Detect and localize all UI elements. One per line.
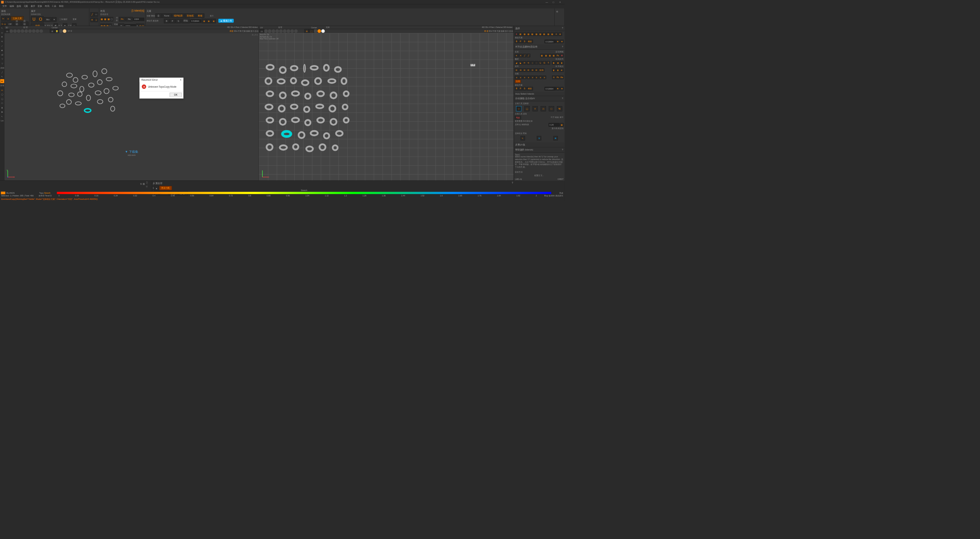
sel-10-icon[interactable]: ✛ xyxy=(555,33,558,36)
rp-layer4-icon[interactable]: ◈ xyxy=(560,87,564,90)
uv-both[interactable]: 两者 xyxy=(484,29,488,32)
fur-button[interactable]: 毛皮 xyxy=(515,116,521,119)
grid-a-icon[interactable]: ▦ xyxy=(540,54,544,57)
d5-icon[interactable]: ≡ xyxy=(531,76,534,79)
str2-icon[interactable]: ✕ xyxy=(519,54,522,57)
shrinkwrap-button[interactable]: 缩内轮廓 xyxy=(172,13,185,18)
uv-3ds[interactable]: 3Ds xyxy=(488,30,492,32)
rp-layer1-icon[interactable]: ◈ xyxy=(556,40,560,43)
layer2-icon[interactable]: ◈ xyxy=(207,19,211,23)
cursor-select-icon[interactable]: ↖ xyxy=(521,136,525,140)
loop1-icon[interactable]: ◯ xyxy=(0,92,4,96)
pack2-icon[interactable]: ▦ xyxy=(104,17,107,21)
globe-icon[interactable]: ⊕ xyxy=(0,79,4,83)
uv-shade1-icon[interactable] xyxy=(264,29,268,33)
grid-c-icon[interactable]: ▦ xyxy=(548,54,552,57)
topo-label[interactable]: Topo xyxy=(39,192,44,194)
uv-shade2-icon[interactable] xyxy=(268,29,271,33)
vp-hide[interactable]: 隐藏 xyxy=(246,29,250,32)
layer1-icon[interactable]: ◈ xyxy=(202,19,206,23)
sel-7-icon[interactable]: ▦ xyxy=(543,33,546,36)
pack1-icon[interactable]: ▦ xyxy=(100,17,103,21)
sel-9-icon[interactable]: ▦ xyxy=(550,33,554,36)
bracket-icon[interactable]: ⟨⟩ xyxy=(0,101,4,105)
person-icon[interactable]: ⚲ xyxy=(532,106,538,111)
d3-icon[interactable]: ≡ xyxy=(523,76,526,79)
uv-mode3-icon[interactable] xyxy=(321,29,325,33)
root-label[interactable]: 根枝 xyxy=(555,116,559,119)
optimize-o-icon[interactable]: O xyxy=(38,16,44,23)
rp-sim2[interactable]: 相似 xyxy=(527,87,533,90)
bar-icon[interactable]: ▮ xyxy=(0,106,4,109)
al2-icon[interactable]: ⊟ xyxy=(519,69,522,72)
vp-shade8-icon[interactable] xyxy=(36,29,39,33)
d8-icon[interactable]: ≡ xyxy=(543,76,546,79)
sel-x-icon[interactable]: ✕ xyxy=(515,33,518,36)
x2-tool-icon[interactable]: x2 xyxy=(0,53,4,57)
al3-icon[interactable]: ⊟ xyxy=(523,69,526,72)
play-icon[interactable]: ▶ xyxy=(0,110,4,114)
shield-tool-icon[interactable]: ▽ xyxy=(0,57,4,61)
rp-g[interactable]: G xyxy=(543,61,546,65)
curve-tool-icon[interactable]: 〰 xyxy=(95,12,98,17)
move-tool-icon[interactable]: ✥ xyxy=(0,35,4,39)
rp-p2[interactable]: P xyxy=(519,87,522,90)
xline-icon[interactable]: ✕ xyxy=(90,18,94,22)
limit-input[interactable] xyxy=(549,123,560,126)
flip3-icon[interactable]: ⟳ xyxy=(523,61,526,65)
al8-icon[interactable]: ▮ xyxy=(556,69,560,72)
rp-re[interactable]: Re xyxy=(560,76,564,79)
region-box-icon[interactable]: ▭ xyxy=(0,88,4,92)
al7-icon[interactable]: ▮ xyxy=(552,69,555,72)
uv-shade6-icon[interactable] xyxy=(283,29,286,33)
d1-icon[interactable]: ≡ xyxy=(515,76,518,79)
hexagon-icon[interactable]: ⬡ xyxy=(516,106,521,111)
cut-icon[interactable]: ✂ xyxy=(1,16,6,21)
rp-px[interactable]: Px xyxy=(556,54,560,57)
colorwrap-button[interactable]: 彩色框 xyxy=(185,13,196,18)
box-icon[interactable]: ▢ xyxy=(549,106,554,111)
vp-3ds[interactable]: 3Ds xyxy=(234,30,237,32)
uv-elem[interactable]: 元素 xyxy=(497,29,500,32)
sel-5-icon[interactable]: ▦ xyxy=(535,33,538,36)
uv-show[interactable]: 显示 xyxy=(505,29,509,32)
vp-shade5-icon[interactable] xyxy=(24,29,28,33)
uv-mode1-icon[interactable] xyxy=(314,29,317,33)
rotate-tool-icon[interactable]: ⟲ xyxy=(0,39,4,43)
cloud-upload-badge[interactable]: ☁ 极速上传 xyxy=(218,19,234,23)
vp-auto[interactable]: 自动 xyxy=(255,29,258,32)
stretch-label[interactable]: Stretch xyxy=(44,192,50,194)
trunk-label[interactable]: 树干 xyxy=(560,116,564,119)
rp-b2[interactable]: B xyxy=(515,87,518,90)
uv-shade5-icon[interactable] xyxy=(279,29,283,33)
chevron-down-icon[interactable]: ▾ xyxy=(52,17,57,22)
uv-smooth[interactable]: 平滑 xyxy=(492,29,496,32)
label-button[interactable]: 标签 xyxy=(196,13,204,18)
vp-shade2-icon[interactable] xyxy=(13,29,17,33)
plus-icon[interactable]: + xyxy=(95,18,98,22)
vp-shade1-icon[interactable] xyxy=(10,29,13,33)
minimize-button[interactable]: — xyxy=(544,0,550,4)
sim-input[interactable] xyxy=(190,19,201,23)
menu-elements[interactable]: 元素 xyxy=(22,5,29,8)
bug-label[interactable]: Bug 报:请求 新品发布 xyxy=(537,194,564,197)
vp-shade11-icon[interactable] xyxy=(63,29,66,33)
grid-d-icon[interactable]: ▦ xyxy=(552,54,555,57)
vp-shade3-icon[interactable] xyxy=(17,29,20,33)
menu-options[interactable]: 选项 xyxy=(15,5,22,8)
spacing-input[interactable] xyxy=(133,18,144,21)
mix-dropdown[interactable]: Mix xyxy=(44,17,51,22)
uv-lock-icon[interactable]: ⬚ xyxy=(309,29,314,33)
al5-icon[interactable]: ⊟ xyxy=(531,69,534,72)
rp-b[interactable]: B xyxy=(515,40,518,43)
cube-icon[interactable]: ◳ xyxy=(541,106,546,111)
sim-button[interactable]: 相似 xyxy=(181,19,190,23)
vp-shade7-icon[interactable] xyxy=(32,29,36,33)
flip6-icon[interactable]: ↔ xyxy=(535,61,538,65)
snap1-icon[interactable]: ▶ xyxy=(552,61,555,65)
layer3-icon[interactable]: ◈ xyxy=(211,19,216,23)
rp-layer3-icon[interactable]: ◈ xyxy=(556,87,560,90)
vp-shade9-icon[interactable] xyxy=(39,29,43,33)
str3-icon[interactable]: ╱ xyxy=(523,54,526,57)
autoo-button[interactable]: 活动 O xyxy=(21,21,29,26)
